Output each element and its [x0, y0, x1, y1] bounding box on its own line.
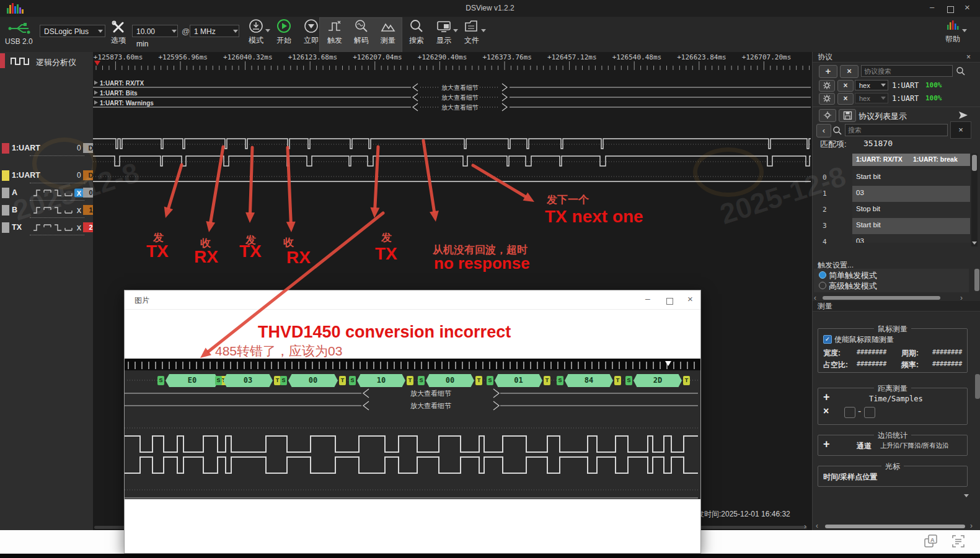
trigger-scrollbar-thumb[interactable] [823, 296, 940, 300]
simple-trigger-label[interactable]: 简单触发模式 [829, 270, 877, 281]
add-decoder-button[interactable]: + [819, 65, 837, 78]
protocol-search-icon[interactable] [956, 66, 966, 76]
decoder1-delete-button[interactable]: × [837, 80, 854, 92]
decoder-row-expand-icon[interactable] [94, 90, 98, 95]
channel-color-swatch[interactable] [2, 222, 9, 233]
trigger-vscroll-thumb[interactable] [974, 269, 979, 291]
channel-color-swatch[interactable] [2, 205, 9, 216]
uart-start-marker: S [557, 376, 563, 385]
any-edge-icon[interactable]: X [77, 224, 82, 232]
ocr-frame-icon[interactable] [951, 534, 966, 549]
low-level-icon[interactable] [65, 228, 72, 230]
add-distance-button[interactable]: + [823, 391, 830, 404]
table-col2: 1:UART: break [913, 155, 958, 163]
measure-panel-header: 测量 [813, 301, 980, 312]
popup-close-button[interactable]: × [687, 294, 693, 304]
uart-byte-bubble[interactable]: 00 [288, 374, 338, 387]
save-list-button[interactable] [839, 109, 856, 122]
samplerate-select[interactable]: 1 MHz [190, 25, 239, 37]
close-button[interactable]: × [965, 2, 970, 12]
channel-color-swatch[interactable] [2, 188, 9, 198]
start-button[interactable]: 开始 [271, 19, 297, 46]
distance-end-box[interactable] [864, 407, 875, 418]
uart-byte-bubble[interactable]: 84 [565, 374, 613, 387]
protocol-search-input[interactable] [861, 65, 953, 77]
search-button[interactable]: 搜索 [404, 19, 430, 46]
table-row[interactable]: Start bit [852, 218, 970, 234]
image-popup-window[interactable]: 图片 – × THVD1450 conversion incorrect 485… [124, 290, 701, 554]
display-button[interactable]: 显示 [431, 19, 457, 46]
decoder1-settings-button[interactable] [819, 80, 835, 92]
table-scrollbar-thumb[interactable] [972, 155, 977, 171]
annotation-cn: 发下一个 [547, 193, 589, 207]
sidebar-scroll-right[interactable]: › [970, 521, 973, 530]
uart-start-marker: S [418, 376, 425, 385]
ruler-tick-label: +126373.76ms [482, 53, 531, 61]
annotation-en: RX [286, 248, 311, 268]
search-tool-button[interactable]: × [950, 121, 971, 139]
decoder1-name[interactable]: 1:UART [892, 81, 919, 90]
file-button[interactable]: 文件 [459, 19, 485, 46]
decoder-row-expand-icon[interactable] [94, 81, 98, 85]
protocol-panel-close-icon[interactable]: × [966, 53, 971, 61]
trigger-button[interactable]: 触发 [322, 19, 348, 46]
title-bar[interactable]: DSView v1.2.2 – × [0, 0, 980, 17]
table-row[interactable]: 03 [852, 186, 970, 202]
table-row[interactable]: 03 [852, 234, 970, 243]
channel-color-swatch[interactable] [2, 143, 9, 154]
mouse-measure-enable-label[interactable]: 使能鼠标跟随测量 [834, 334, 894, 345]
waveform-scroll-right[interactable]: › [804, 522, 806, 531]
rising-edge-icon[interactable] [33, 225, 40, 230]
edge-types-label: 上升沿/下降沿/所有边沿 [880, 442, 949, 450]
distance-mode-label[interactable]: Time/Samples [869, 395, 923, 403]
popup-title-bar[interactable]: 图片 – × [125, 290, 700, 310]
remove-distance-button[interactable]: × [823, 406, 829, 417]
falling-edge-icon[interactable] [55, 225, 61, 230]
minimize-button[interactable]: – [930, 2, 934, 12]
advanced-trigger-label[interactable]: 高级触发模式 [829, 281, 877, 292]
list-settings-button[interactable] [819, 109, 836, 122]
device-select[interactable]: DSLogic Plus [40, 25, 105, 37]
decoder2-settings-button[interactable] [819, 93, 835, 105]
options-button[interactable]: 选项 [105, 19, 131, 46]
remove-all-button[interactable]: × [840, 65, 859, 78]
measure-vscroll-thumb[interactable] [975, 374, 980, 399]
duration-select[interactable]: 10.00 min [132, 25, 178, 37]
decoder2-delete-button[interactable]: × [837, 93, 854, 105]
table-row-value: 03 [856, 189, 864, 196]
uart-byte-bubble[interactable]: 10 [357, 374, 405, 387]
ruler-marker[interactable] [94, 61, 100, 66]
distance-start-box[interactable] [844, 407, 855, 418]
popup-maximize-button[interactable] [666, 296, 673, 307]
device-tab[interactable] [0, 53, 5, 68]
mouse-measure-checkbox[interactable]: ✓ [823, 335, 832, 344]
restore-button[interactable] [947, 4, 954, 15]
table-row[interactable]: Start bit [852, 170, 970, 186]
measure-button[interactable]: 测量 [375, 19, 401, 46]
simple-trigger-radio[interactable] [819, 271, 826, 279]
sidebar-scroll-left[interactable]: ‹ [816, 521, 818, 530]
high-level-icon[interactable] [44, 225, 51, 227]
translate-tool-icon[interactable]: A [924, 534, 938, 549]
advanced-trigger-radio[interactable] [819, 282, 826, 289]
table-row[interactable]: Stop bit [852, 202, 970, 218]
collapse-search-button[interactable]: ‹ [816, 124, 831, 137]
uart-byte-bubble[interactable]: 01 [495, 374, 542, 387]
uart-byte-bubble[interactable]: 03 [223, 374, 273, 387]
mode-button[interactable]: 模式 [243, 19, 269, 46]
popup-minimize-button[interactable]: – [645, 294, 650, 303]
uart-byte-bubble[interactable]: 2D [633, 374, 682, 387]
popup-ruler-ticks [128, 362, 694, 369]
measure-panel-title: 测量 [818, 302, 832, 310]
decode-button[interactable]: 解码 [348, 19, 374, 46]
add-edge-button[interactable]: + [823, 438, 830, 451]
uart-byte-bubble[interactable]: 00 [426, 374, 474, 387]
sidebar-scrollbar-thumb[interactable] [825, 525, 965, 528]
channel-color-swatch[interactable] [2, 170, 9, 181]
decoder2-name[interactable]: 1:UART [892, 94, 919, 103]
uart-byte-bubble[interactable]: E0 [166, 374, 219, 387]
channel-trigger-icons[interactable]: X [32, 222, 84, 233]
list-search-input[interactable] [845, 124, 948, 136]
decoder-row-expand-icon[interactable] [94, 100, 98, 105]
send-cursor-icon[interactable] [958, 110, 969, 120]
